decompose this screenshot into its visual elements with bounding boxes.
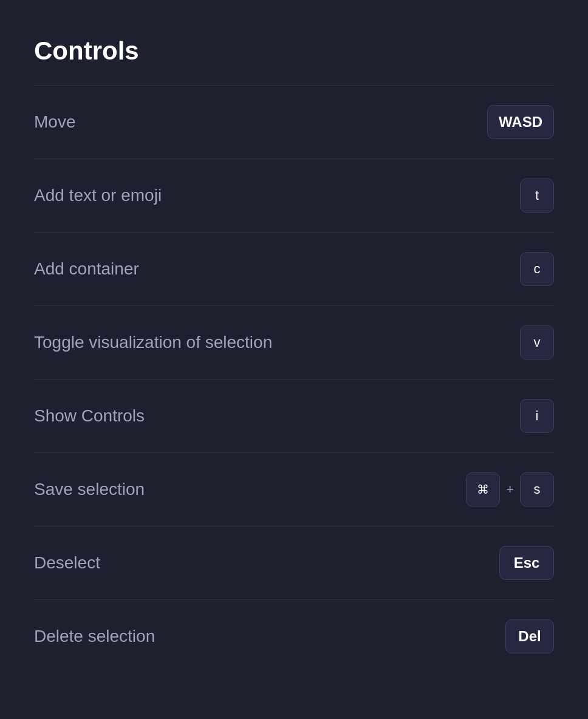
key-group-add-container: c xyxy=(520,252,554,286)
control-label-move: Move xyxy=(34,112,75,132)
control-row-show-controls: Show Controls i xyxy=(34,380,554,452)
control-row-deselect: Deselect Esc xyxy=(34,526,554,599)
key-group-delete-selection: Del xyxy=(505,619,554,653)
key-badge-esc: Esc xyxy=(499,546,554,580)
control-label-delete-selection: Delete selection xyxy=(34,627,155,646)
panel-title: Controls xyxy=(34,36,554,66)
key-badge-cmd: ⌘ xyxy=(466,472,500,506)
control-label-toggle-viz: Toggle visualization of selection xyxy=(34,333,272,352)
key-group-deselect: Esc xyxy=(499,546,554,580)
key-badge-del: Del xyxy=(505,619,554,653)
control-label-deselect: Deselect xyxy=(34,553,100,573)
key-badge-v: v xyxy=(520,325,554,360)
control-row-add-text: Add text or emoji t xyxy=(34,159,554,232)
control-label-add-text: Add text or emoji xyxy=(34,186,162,205)
control-row-add-container: Add container c xyxy=(34,233,554,305)
control-row-save-selection: Save selection ⌘ + s xyxy=(34,453,554,526)
key-badge-t: t xyxy=(520,179,554,213)
key-group-move: WASD xyxy=(487,105,554,139)
key-separator-plus: + xyxy=(506,482,514,497)
key-group-save-selection: ⌘ + s xyxy=(466,472,554,506)
key-group-toggle-viz: v xyxy=(520,325,554,360)
control-row-move: Move WASD xyxy=(34,86,554,158)
control-label-show-controls: Show Controls xyxy=(34,406,145,426)
control-row-toggle-viz: Toggle visualization of selection v xyxy=(34,306,554,379)
key-group-show-controls: i xyxy=(520,399,554,433)
key-group-add-text: t xyxy=(520,179,554,213)
control-label-add-container: Add container xyxy=(34,259,139,279)
key-badge-c: c xyxy=(520,252,554,286)
key-badge-wasd: WASD xyxy=(487,105,554,139)
control-row-delete-selection: Delete selection Del xyxy=(34,600,554,673)
key-badge-s: s xyxy=(520,472,554,506)
key-badge-i: i xyxy=(520,399,554,433)
controls-panel: Controls Move WASD Add text or emoji t A… xyxy=(12,12,576,697)
control-label-save-selection: Save selection xyxy=(34,480,145,499)
